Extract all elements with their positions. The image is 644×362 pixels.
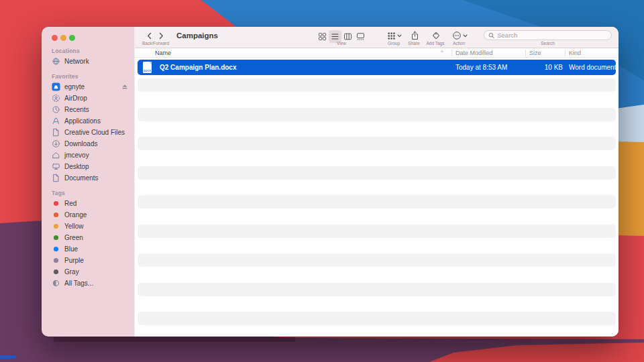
document-icon	[51, 174, 61, 182]
sidebar-item-downloads[interactable]: Downloads	[42, 138, 134, 149]
sidebar-item-label: Documents	[64, 174, 99, 182]
empty-row-stripe	[138, 166, 616, 180]
column-header-row: Name ^ Date Modified Size Kind	[135, 48, 619, 58]
column-header-size[interactable]: Size	[529, 50, 541, 56]
sidebar-item-airdrop[interactable]: AirDrop	[42, 93, 134, 104]
chevron-down-icon	[463, 34, 468, 38]
sidebar-item-all-tags[interactable]: All Tags...	[42, 278, 134, 289]
chevron-down-icon	[397, 34, 402, 38]
finder-window: LocationsNetworkFavoritesegnyteAirDropRe…	[42, 27, 619, 337]
back-forward-label: Back/Forward	[135, 41, 176, 46]
sidebar-sections: LocationsNetworkFavoritesegnyteAirDropRe…	[42, 47, 134, 289]
column-view-icon	[343, 32, 352, 41]
view-label: View	[316, 41, 367, 46]
download-icon	[51, 139, 61, 148]
empty-row-stripe	[138, 108, 616, 121]
close-button[interactable]	[52, 35, 58, 41]
grid-view-icon	[318, 32, 327, 41]
action-label: Action	[445, 41, 472, 46]
sidebar-item-label: Red	[64, 200, 76, 207]
share-button[interactable]	[409, 29, 420, 41]
sidebar-item-label: Recents	[64, 106, 89, 113]
file-row-selected[interactable]: DOCX Q2 Campaign Plan.docx Today at 8:53…	[138, 60, 616, 75]
sidebar-item-label: Orange	[64, 211, 87, 219]
sidebar-item-label: Downloads	[64, 140, 97, 147]
dot-icon	[51, 245, 61, 253]
action-menu-icon	[452, 31, 462, 40]
group-button[interactable]	[386, 31, 403, 41]
dot-icon	[51, 199, 61, 208]
sidebar-item-label: Desktop	[64, 163, 89, 170]
column-header-name[interactable]: Name	[155, 50, 171, 56]
sidebar-item-jmcevoy[interactable]: jmcevoy	[42, 149, 134, 161]
sidebar-item-red[interactable]: Red	[42, 198, 134, 209]
file-size: 10 KB	[473, 60, 563, 75]
tag-icon	[431, 31, 441, 40]
forward-button[interactable]	[156, 31, 166, 41]
search-label: Search	[484, 41, 612, 46]
sidebar-item-label: Gray	[64, 268, 79, 276]
empty-row-stripe	[138, 225, 616, 238]
sidebar-item-label: Green	[64, 234, 83, 241]
sidebar-item-orange[interactable]: Orange	[42, 209, 134, 221]
search-icon	[488, 32, 494, 39]
chevron-right-icon	[157, 32, 165, 40]
docx-file-icon: DOCX	[143, 62, 152, 73]
sidebar-section-label: Tags	[42, 189, 134, 198]
add-tags-button[interactable]	[431, 30, 441, 41]
sidebar-item-egnyte[interactable]: egnyte	[42, 81, 134, 93]
action-button[interactable]	[451, 30, 468, 41]
sidebar-item-purple[interactable]: Purple	[42, 255, 134, 266]
sidebar-item-label: egnyte	[64, 83, 85, 90]
gallery-view-icon	[356, 32, 365, 41]
column-divider	[451, 50, 452, 56]
clock-icon	[51, 105, 61, 114]
empty-row-stripe	[138, 195, 616, 208]
sidebar-item-blue[interactable]: Blue	[42, 243, 134, 255]
column-header-kind[interactable]: Kind	[569, 50, 581, 56]
dot-icon	[51, 222, 61, 231]
dot-icon	[51, 210, 61, 219]
minimize-button[interactable]	[60, 35, 66, 41]
eject-icon[interactable]	[121, 84, 128, 90]
column-header-date-modified[interactable]: Date Modified	[455, 50, 493, 56]
sidebar-item-green[interactable]: Green	[42, 232, 134, 243]
desktop-icon	[51, 162, 61, 171]
sidebar-section: FavoritesegnyteAirDropRecentsApplication…	[42, 72, 134, 184]
empty-row-stripe	[138, 283, 616, 296]
sidebar: LocationsNetworkFavoritesegnyteAirDropRe…	[42, 27, 134, 337]
sidebar-item-recents[interactable]: Recents	[42, 104, 134, 115]
document-icon	[51, 128, 61, 137]
sidebar-item-gray[interactable]: Gray	[42, 266, 134, 278]
chevron-left-icon	[146, 32, 154, 40]
sidebar-item-label: Yellow	[64, 223, 84, 230]
sidebar-item-label: jmcevoy	[64, 152, 89, 159]
window-title: Campaigns	[176, 32, 218, 40]
dot-icon	[51, 256, 61, 265]
wallpaper-blue-dash	[0, 355, 16, 359]
sidebar-item-desktop[interactable]: Desktop	[42, 161, 134, 172]
sidebar-item-applications[interactable]: Applications	[42, 115, 134, 127]
back-button[interactable]	[144, 31, 155, 41]
sidebar-item-network[interactable]: Network	[42, 56, 134, 67]
sidebar-item-label: Blue	[64, 245, 78, 253]
file-name: Q2 Campaign Plan.docx	[160, 60, 236, 75]
sidebar-item-label: All Tags...	[64, 280, 93, 287]
sidebar-item-documents[interactable]: Documents	[42, 172, 134, 184]
file-kind: Word document	[569, 60, 616, 75]
sidebar-item-label: AirDrop	[64, 95, 87, 102]
empty-row-stripe	[138, 253, 616, 267]
search-field[interactable]	[484, 30, 612, 40]
search-input[interactable]	[497, 32, 607, 39]
file-list: DOCX Q2 Campaign Plan.docx Today at 8:53…	[135, 58, 619, 337]
page-fold	[149, 62, 152, 64]
home-icon	[51, 151, 61, 160]
dot-icon	[51, 233, 61, 242]
column-divider	[565, 50, 566, 56]
zoom-button[interactable]	[69, 35, 75, 41]
empty-row-stripe	[138, 78, 616, 92]
main-pane: Back/Forward Campaigns View	[134, 27, 619, 337]
applications-icon	[51, 117, 61, 125]
sidebar-item-yellow[interactable]: Yellow	[42, 221, 134, 232]
sidebar-item-creative-cloud-files[interactable]: Creative Cloud Files	[42, 127, 134, 138]
